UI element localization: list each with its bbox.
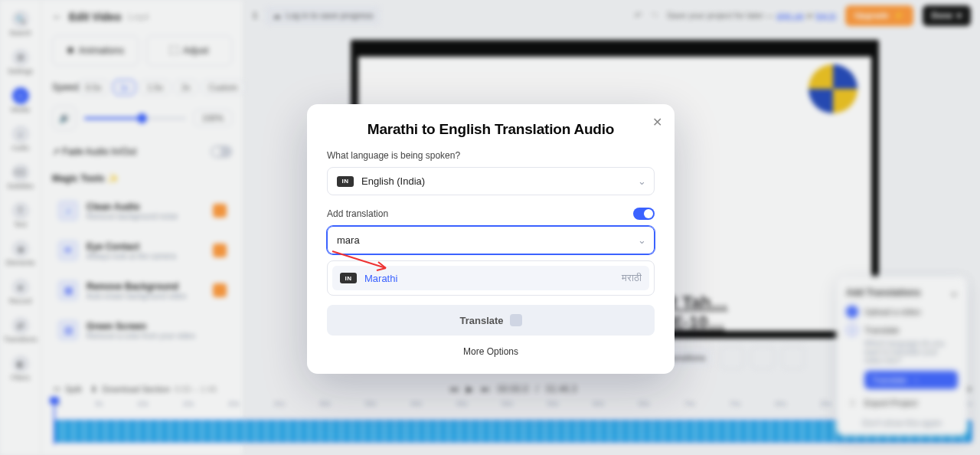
spoken-lang-label: What language is being spoken? [327, 150, 655, 161]
translate-button[interactable]: Translate [327, 305, 655, 336]
spoken-lang-select[interactable]: IN English (India) ⌄ [327, 167, 655, 195]
flag-badge-in: IN [340, 273, 357, 283]
more-options-link[interactable]: More Options [327, 336, 655, 358]
translation-modal: ✕ Marathi to English Translation Audio W… [307, 104, 675, 374]
close-icon[interactable]: ✕ [648, 113, 665, 130]
lang-option-native: मराठी [622, 272, 642, 284]
add-translation-label: Add translation [327, 208, 388, 219]
flag-badge-in: IN [337, 176, 354, 187]
lang-option-marathi[interactable]: IN Marathi मराठी [332, 266, 649, 290]
add-translation-toggle[interactable] [633, 208, 655, 220]
translation-search[interactable]: ⌄ [327, 226, 655, 254]
spoken-lang-value: English (India) [361, 175, 425, 187]
lang-option-name: Marathi [364, 273, 397, 284]
modal-title: Marathi to English Translation Audio [327, 121, 655, 138]
translation-dropdown: IN Marathi मराठी [327, 260, 655, 296]
chevron-down-icon: ⌄ [638, 234, 646, 246]
translation-search-input[interactable] [337, 234, 645, 246]
chevron-down-icon: ⌄ [638, 175, 646, 187]
